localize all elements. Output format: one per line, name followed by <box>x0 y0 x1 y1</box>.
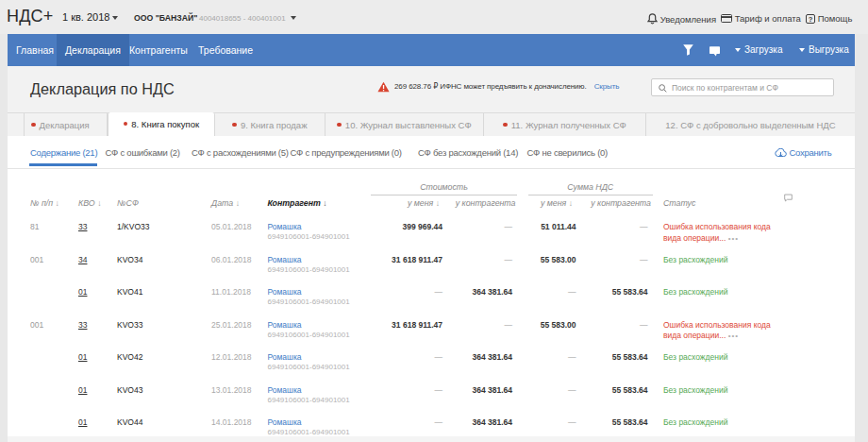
svg-text:?: ? <box>809 15 813 24</box>
